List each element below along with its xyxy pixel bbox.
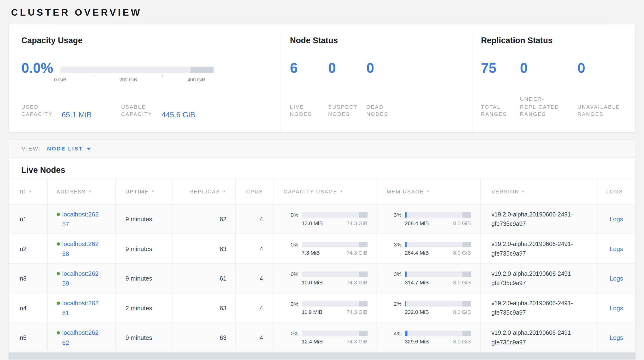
mem-usage-cell: 4% 329.6 MiB 8.0 GiB bbox=[376, 323, 480, 352]
node-replicas: 63 bbox=[172, 234, 235, 264]
replication-status-section: Replication Status 75 TOTAL RANGES 0 UND… bbox=[472, 36, 636, 132]
node-address-link[interactable]: localhost:26259 bbox=[62, 269, 100, 288]
axis-label: 0 GiB bbox=[54, 77, 66, 83]
node-id: n3 bbox=[8, 264, 47, 293]
capacity-used: 13.0 MiB bbox=[302, 220, 323, 226]
live-nodes-heading: Live Nodes bbox=[8, 158, 636, 178]
mem-bar bbox=[405, 242, 471, 247]
table-row: n4 localhost:26261 2 minutes 63 4 0% bbox=[8, 293, 636, 322]
node-cpus: 4 bbox=[235, 264, 273, 293]
axis-tick bbox=[94, 74, 95, 77]
under-replicated-ranges-value: 0 bbox=[520, 61, 578, 75]
mem-usage-cell: 2% 232.0 MiB 8.0 GiB bbox=[376, 293, 480, 322]
under-replicated-ranges-stat: 0 UNDER-REPLICATED RANGES bbox=[520, 61, 578, 119]
live-nodes-table: ID▼ ADDRESS▼ UPTIME▼ REPLICAS▼ CPUS CAPA… bbox=[8, 178, 636, 352]
node-replicas: 63 bbox=[172, 323, 235, 352]
mem-used: 329.6 MiB bbox=[405, 339, 428, 345]
node-id: n1 bbox=[8, 204, 47, 234]
node-logs-link[interactable]: Logs bbox=[610, 245, 623, 252]
node-cpus: 4 bbox=[235, 234, 273, 264]
horizontal-scrollbar[interactable] bbox=[8, 352, 636, 359]
chevron-down-icon bbox=[87, 148, 91, 150]
unavailable-ranges-stat: 0 UNAVAILABLE RANGES bbox=[578, 61, 631, 119]
mem-bar-fill bbox=[405, 212, 406, 218]
view-dropdown[interactable]: NODE LIST bbox=[47, 146, 90, 152]
mem-bar bbox=[405, 212, 471, 218]
mem-bar-fill bbox=[405, 301, 406, 306]
used-capacity-stat: USED CAPACITY 65.1 MiB bbox=[21, 103, 92, 118]
capacity-percent: 0% bbox=[284, 212, 298, 218]
live-nodes-card: Live Nodes ID▼ ADDRESS▼ UPTIME▼ REPLICAS… bbox=[8, 158, 636, 359]
node-uptime: 9 minutes bbox=[116, 264, 172, 293]
suspect-nodes-value: 0 bbox=[328, 61, 366, 75]
mem-usage-cell: 3% 264.4 MiB 8.0 GiB bbox=[376, 234, 480, 264]
mem-used: 232.0 MiB bbox=[405, 309, 428, 315]
node-logs-cell: Logs bbox=[598, 234, 636, 264]
node-logs-cell: Logs bbox=[598, 264, 636, 293]
node-id: n2 bbox=[8, 234, 47, 264]
mem-total: 8.0 GiB bbox=[453, 250, 471, 256]
sort-icon: ▼ bbox=[151, 189, 155, 193]
node-cpus: 4 bbox=[235, 293, 273, 322]
under-replicated-ranges-label: UNDER-REPLICATED RANGES bbox=[520, 95, 564, 118]
mem-used: 314.7 MiB bbox=[405, 279, 428, 286]
dead-nodes-stat: 0 DEAD NODES bbox=[366, 61, 404, 119]
capacity-bar bbox=[302, 271, 367, 277]
table-row: n1 localhost:26257 9 minutes 62 4 0% bbox=[8, 204, 636, 234]
unavailable-ranges-label: UNAVAILABLE RANGES bbox=[578, 103, 624, 118]
header-mem-usage[interactable]: MEM USAGE▼ bbox=[376, 179, 480, 204]
capacity-percent: 0% bbox=[284, 330, 298, 337]
mem-usage-cell: 3% 314.7 MiB 8.0 GiB bbox=[376, 264, 480, 293]
cluster-overview-page: CLUSTER OVERVIEW Capacity Usage 0.0% 0 G… bbox=[0, 0, 644, 360]
node-logs-link[interactable]: Logs bbox=[610, 334, 623, 341]
node-status-section: Node Status 6 LIVE NODES 0 SUSPECT NODES… bbox=[280, 36, 472, 132]
live-nodes-stat: 6 LIVE NODES bbox=[290, 61, 328, 119]
mem-percent: 3% bbox=[387, 212, 402, 218]
node-logs-link[interactable]: Logs bbox=[610, 275, 623, 282]
capacity-total: 74.3 GiB bbox=[347, 339, 368, 345]
mem-bar bbox=[405, 331, 471, 336]
node-healthy-icon bbox=[56, 302, 60, 305]
node-address-link[interactable]: localhost:26258 bbox=[62, 239, 100, 258]
mem-total: 8.0 GiB bbox=[453, 220, 471, 226]
total-ranges-stat: 75 TOTAL RANGES bbox=[481, 61, 520, 119]
node-version: v19.2.0-alpha.20190606-2491-gfe735c9a97 bbox=[480, 234, 598, 264]
node-address-link[interactable]: localhost:26257 bbox=[62, 210, 100, 229]
node-healthy-icon bbox=[56, 213, 60, 216]
mem-total: 8.0 GiB bbox=[453, 279, 471, 286]
capacity-bar bbox=[302, 242, 367, 247]
suspect-nodes-label: SUSPECT NODES bbox=[328, 103, 366, 118]
node-address-link[interactable]: localhost:26261 bbox=[62, 298, 100, 317]
node-address-cell: localhost:26258 bbox=[47, 234, 116, 264]
axis-label: 200 GiB bbox=[119, 77, 137, 83]
capacity-usage-cell: 0% 10.0 MiB 74.3 GiB bbox=[274, 264, 376, 293]
node-address-cell: localhost:26262 bbox=[47, 323, 116, 352]
live-nodes-label: LIVE NODES bbox=[290, 103, 328, 118]
dead-nodes-value: 0 bbox=[366, 61, 404, 75]
node-uptime: 9 minutes bbox=[116, 234, 172, 264]
node-logs-link[interactable]: Logs bbox=[610, 305, 623, 311]
node-id: n4 bbox=[8, 293, 47, 322]
header-uptime[interactable]: UPTIME▼ bbox=[116, 179, 172, 204]
node-address-cell: localhost:26261 bbox=[47, 293, 116, 322]
page-title: CLUSTER OVERVIEW bbox=[0, 0, 644, 18]
table-row: n5 localhost:26262 9 minutes 63 4 0% bbox=[8, 323, 636, 352]
header-address[interactable]: ADDRESS▼ bbox=[47, 179, 116, 204]
node-address-link[interactable]: localhost:26262 bbox=[62, 328, 100, 347]
header-version[interactable]: VERSION▼ bbox=[480, 179, 598, 204]
capacity-total: 74.3 GiB bbox=[347, 309, 368, 315]
node-logs-cell: Logs bbox=[598, 293, 636, 322]
header-id[interactable]: ID▼ bbox=[8, 179, 47, 204]
capacity-usage-section: Capacity Usage 0.0% 0 GiB 200 GiB 400 bbox=[8, 36, 280, 132]
node-logs-link[interactable]: Logs bbox=[610, 216, 623, 223]
capacity-bar bbox=[302, 212, 367, 218]
node-version: v19.2.0-alpha.20190606-2491-gfe735c9a97 bbox=[480, 293, 598, 322]
axis-tick bbox=[162, 74, 163, 77]
mem-bar-fill bbox=[405, 331, 407, 336]
sort-icon: ▼ bbox=[88, 189, 92, 193]
live-nodes-value: 6 bbox=[290, 61, 328, 75]
sort-icon: ▼ bbox=[28, 189, 32, 193]
header-replicas[interactable]: REPLICAS▼ bbox=[172, 179, 235, 204]
capacity-used: 12.4 MiB bbox=[302, 339, 323, 345]
header-capacity-usage[interactable]: CAPACITY USAGE▼ bbox=[274, 179, 376, 204]
